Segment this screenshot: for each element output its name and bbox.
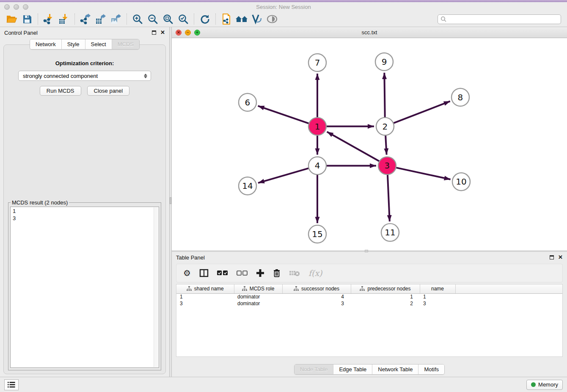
tab-select[interactable]: Select	[85, 39, 112, 49]
maximize-network-icon[interactable]: +	[194, 30, 200, 36]
mcds-result-list[interactable]: 13	[10, 207, 159, 368]
graph-node-label-9: 9	[382, 57, 387, 67]
minimize-network-icon[interactable]: −	[185, 30, 191, 36]
table-cell: 3	[420, 300, 455, 307]
node-table[interactable]: shared name MCDS role successor nodes pr…	[176, 284, 563, 357]
network-window-titlebar[interactable]: ✕ − + scc.txt	[172, 27, 567, 38]
tab-mcds[interactable]: MCDS	[112, 39, 139, 49]
task-history-button[interactable]	[4, 379, 19, 390]
toolbar-divider	[194, 14, 194, 25]
graph-edge-3-11[interactable]	[388, 172, 390, 221]
table-panel: Table Panel ✕ ⚙	[172, 252, 567, 377]
export-image-button[interactable]	[108, 12, 124, 26]
horizontal-splitter[interactable]	[172, 251, 567, 252]
graph-node-label-4: 4	[315, 160, 320, 171]
graph-node-label-6: 6	[245, 97, 250, 108]
result-scrollbar[interactable]	[154, 207, 158, 367]
graph-node-label-11: 11	[385, 227, 395, 237]
table-cell: 3	[176, 300, 234, 307]
zoom-selected-icon	[178, 14, 189, 25]
graph-edge-2-3[interactable]	[385, 133, 387, 155]
dropdown-spinner-icon	[144, 74, 147, 78]
graph-edge-3-10[interactable]	[394, 167, 451, 179]
select-all-columns-button[interactable]	[217, 267, 228, 279]
column-header-successor-nodes[interactable]: successor nodes	[282, 284, 351, 293]
close-table-panel-icon[interactable]: ✕	[558, 255, 563, 259]
import-network-button[interactable]	[41, 12, 56, 26]
float-table-panel-icon[interactable]	[550, 255, 554, 259]
close-panel-icon[interactable]: ✕	[160, 30, 165, 35]
tab-node-table[interactable]: Node Table	[295, 364, 333, 374]
network-graph-svg[interactable]: 7968124314101511	[172, 38, 567, 251]
memory-status-icon	[531, 382, 536, 387]
search-icon	[440, 16, 446, 22]
list-icon	[8, 382, 15, 388]
column-header-predecessor-nodes[interactable]: predecessor nodes	[351, 284, 420, 293]
table-options-button[interactable]: ⚙	[183, 267, 191, 279]
save-session-button[interactable]	[19, 12, 35, 26]
main-toolbar	[0, 11, 567, 27]
apply-layout-button[interactable]	[197, 12, 212, 26]
show-columns-button[interactable]	[199, 267, 209, 279]
new-network-from-selection-button[interactable]	[219, 12, 234, 26]
two-houses-icon	[235, 14, 248, 24]
zoom-fit-button[interactable]	[160, 12, 176, 26]
vizmapper-button[interactable]	[249, 12, 264, 26]
graph-node-label-10: 10	[456, 177, 466, 187]
toolbar-divider	[38, 14, 38, 25]
splitter-handle[interactable]	[170, 197, 171, 204]
column-header-mcds-role[interactable]: MCDS role	[234, 284, 282, 293]
network-window-title: scc.txt	[172, 29, 567, 36]
graph-edge-2-8[interactable]	[391, 101, 450, 124]
delete-columns-button[interactable]	[273, 267, 281, 279]
search-box[interactable]	[438, 14, 561, 24]
tab-edge-table[interactable]: Edge Table	[333, 364, 372, 374]
table-row[interactable]: 1dominator411	[176, 293, 562, 300]
column-header-shared-name[interactable]: shared name	[176, 284, 234, 293]
graph-node-label-2: 2	[383, 121, 388, 132]
tab-style[interactable]: Style	[61, 39, 85, 49]
criterion-dropdown[interactable]: strongly connected component	[18, 71, 151, 81]
export-table-button[interactable]	[93, 12, 108, 26]
graph-edge-3-1[interactable]	[327, 132, 382, 163]
graph-edge-4-14[interactable]	[258, 168, 311, 183]
import-table-button[interactable]	[56, 12, 72, 26]
zoom-in-button[interactable]	[130, 12, 145, 26]
hsplitter-handle[interactable]	[365, 250, 368, 252]
show-hide-details-button[interactable]	[264, 12, 280, 26]
tab-motifs[interactable]: Motifs	[418, 364, 444, 374]
import-network-icon	[43, 14, 54, 25]
delete-table-button[interactable]	[289, 267, 300, 279]
unselect-all-columns-button[interactable]	[237, 267, 248, 279]
export-network-button[interactable]	[78, 12, 93, 26]
close-panel-button[interactable]: Close panel	[87, 86, 130, 96]
right-column: ✕ − + scc.txt 7968124314101511 Table Pan…	[172, 27, 567, 377]
tree-icon	[242, 286, 247, 291]
zoom-out-button[interactable]	[145, 12, 160, 26]
graph-edge-2-9[interactable]	[384, 73, 385, 120]
zoom-selected-button[interactable]	[176, 12, 191, 26]
table-row[interactable]: 3dominator323	[176, 300, 562, 307]
result-line: 1	[13, 207, 157, 215]
tab-network-table[interactable]: Network Table	[372, 364, 418, 374]
close-network-icon[interactable]: ✕	[176, 30, 182, 36]
toolbar-divider	[127, 14, 127, 25]
open-file-button[interactable]	[4, 12, 19, 26]
run-mcds-button[interactable]: Run MCDS	[40, 86, 81, 96]
zoom-out-icon	[147, 14, 158, 25]
search-input[interactable]	[446, 16, 558, 22]
columns-icon	[199, 269, 209, 277]
network-window: ✕ − + scc.txt 7968124314101511	[172, 27, 567, 251]
first-neighbors-button[interactable]	[234, 12, 249, 26]
memory-button[interactable]: Memory	[526, 380, 563, 390]
column-header-name[interactable]: name	[420, 284, 455, 293]
float-panel-icon[interactable]	[152, 30, 156, 35]
create-new-column-button[interactable]	[256, 267, 264, 279]
graph-edge-1-6[interactable]	[258, 106, 311, 124]
graph-node-label-3: 3	[385, 160, 390, 171]
mcds-result-groupbox: MCDS result (2 nodes) 13	[8, 202, 161, 370]
optimization-criterion-label: Optimization criterion:	[4, 60, 165, 66]
tab-network[interactable]: Network	[30, 39, 61, 49]
network-canvas[interactable]: 7968124314101511	[172, 38, 567, 251]
function-builder-button[interactable]: f(x)	[308, 267, 322, 279]
